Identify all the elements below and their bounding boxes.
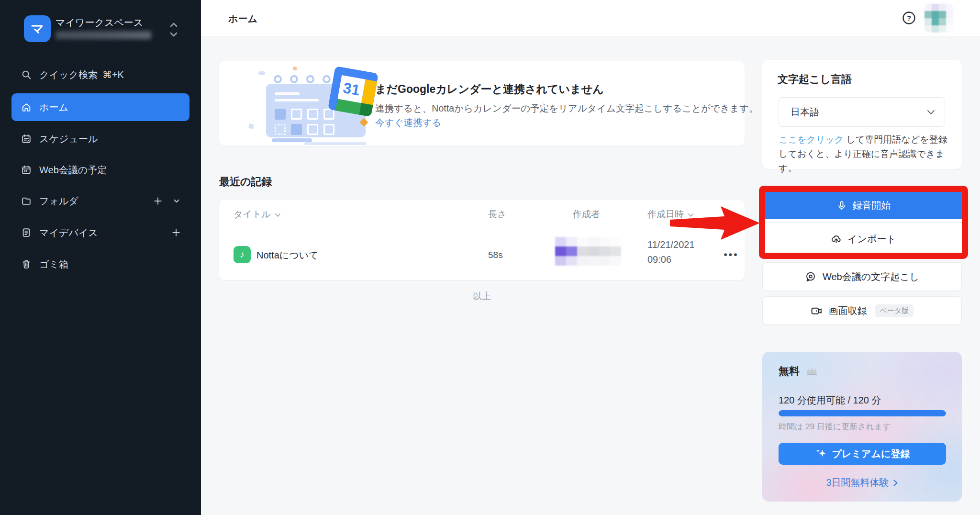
sidebar-item-folders[interactable]: フォルダ (11, 192, 189, 210)
sidebar-item-label: ホーム (39, 101, 68, 114)
plan-renew-note: 時間は 29 日後に更新されます (779, 421, 891, 432)
sidebar-item-label: スケジュール (39, 133, 98, 146)
click-here-link[interactable]: ここをクリック (779, 134, 844, 145)
row-menu-button[interactable]: ••• (719, 247, 744, 262)
upgrade-premium-label: プレミアムに登録 (832, 448, 910, 460)
audio-note-icon: ♪ (234, 246, 251, 263)
google-calendar-logo: 31 (328, 66, 379, 117)
add-device-icon[interactable] (171, 228, 181, 237)
list-end-label: 以上 (219, 290, 745, 302)
plan-name: 無料 (779, 364, 800, 379)
plan-progress-bar (779, 410, 946, 416)
screen-record-button[interactable]: 画面収録 ベータ版 (762, 296, 962, 325)
user-avatar[interactable] (924, 4, 953, 33)
start-recording-label: 録音開始 (853, 199, 891, 212)
sidebar-item-schedule[interactable]: スケジュール (11, 130, 189, 147)
google-calendar-banner: 31 まだGoogleカレンダーと連携されていません 連携すると、Nottaから… (219, 61, 745, 146)
column-label: 長さ (488, 208, 506, 221)
svg-text:?: ? (907, 14, 911, 22)
beta-badge: ベータ版 (875, 304, 914, 317)
language-select[interactable]: 日本語 (779, 97, 945, 127)
column-header-creator: 作成者 (573, 200, 600, 229)
screen-record-label: 画面収録 (829, 304, 867, 317)
import-label: インポート (847, 233, 896, 246)
sidebar-item-label: Web会議の予定 (39, 164, 107, 177)
sparkle-icon (815, 448, 827, 459)
sidebar-item-label: ゴミ箱 (39, 258, 68, 271)
language-selected-value: 日本語 (791, 106, 819, 119)
search-icon (21, 69, 32, 80)
web-meeting-transcribe-label: Web会議の文字起こし (823, 270, 919, 283)
crown-icon (805, 366, 818, 377)
sidebar-item-web-meetings[interactable]: Web会議の予定 (11, 161, 189, 179)
column-label: タイトル (234, 208, 271, 221)
sidebar-item-quick-search[interactable]: クイック検索 ⌘+K (11, 66, 189, 83)
sort-chevron-icon (275, 213, 281, 217)
free-trial-link[interactable]: 3日間無料体験 (762, 476, 962, 489)
record-created-datetime: 11/21/2021 09:06 (647, 237, 695, 267)
free-plan-card: 無料 120 分使用可能 / 120 分 時間は 29 日後に更新されます プレ… (762, 352, 962, 502)
device-icon (21, 227, 32, 238)
free-trial-label: 3日間無料体験 (826, 476, 889, 489)
annotation-arrow (670, 205, 762, 241)
import-button[interactable]: インポート (765, 225, 962, 253)
upgrade-premium-button[interactable]: プレミアムに登録 (779, 443, 946, 465)
calendar-day-number: 31 (342, 79, 361, 99)
chevron-down-icon[interactable] (172, 197, 181, 205)
microphone-icon (836, 201, 847, 211)
record-created-time: 09:06 (647, 252, 695, 267)
banner-title: まだGoogleカレンダーと連携されていません (375, 82, 604, 97)
chat-bubble-icon (805, 271, 816, 282)
button-divider (765, 219, 962, 225)
page-title: ホーム (228, 12, 257, 25)
recent-records-heading: 最近の記録 (219, 175, 272, 189)
workspace-name: マイワークスペース (56, 16, 143, 29)
chevron-right-icon (893, 479, 898, 487)
video-camera-icon (811, 305, 823, 317)
schedule-icon (21, 134, 32, 144)
banner-body-text: 連携すると、Nottaからカレンダーの予定をリアルタイム文字起こしすることができ… (375, 103, 758, 113)
table-header-divider (219, 229, 745, 229)
language-hint: ここをクリック して専門用語などを登録しておくと、より正確に音声認識できます。 (779, 133, 949, 176)
cloud-upload-icon (831, 234, 842, 245)
quick-search-shortcut: ⌘+K (102, 69, 124, 80)
language-card-title: 文字起こし言語 (778, 72, 852, 87)
banner-body: 連携すると、Nottaからカレンダーの予定をリアルタイム文字起こしすることができ… (375, 101, 762, 130)
workspace-email-redacted (56, 31, 151, 39)
home-icon (21, 102, 32, 112)
recent-records-table: タイトル 長さ 作成者 作成日時 ♪ Nottaについて 58s 11/21/2… (219, 200, 745, 280)
sidebar-item-my-devices[interactable]: マイデバイス (11, 224, 189, 241)
quick-search-label: クイック検索 (39, 68, 98, 81)
start-recording-button[interactable]: 録音開始 (765, 192, 962, 219)
record-length: 58s (488, 250, 503, 260)
workspace-switcher[interactable]: マ マイワークスペース (0, 11, 201, 48)
sidebar-item-label: マイデバイス (39, 226, 98, 239)
workspace-avatar: マ (24, 15, 51, 42)
sidebar-item-home[interactable]: ホーム (11, 93, 189, 121)
add-folder-icon[interactable] (153, 196, 163, 206)
record-title: Nottaについて (256, 249, 319, 262)
sidebar: マ マイワークスペース クイック検索 ⌘+K ホーム (0, 0, 201, 515)
topbar: ホーム ? (201, 0, 980, 36)
chevron-down-icon (927, 110, 935, 115)
folder-icon (21, 196, 32, 206)
transcription-language-card: 文字起こし言語 日本語 ここをクリック して専門用語などを登録しておくと、より正… (762, 60, 962, 169)
help-icon[interactable]: ? (902, 11, 916, 25)
calendar-icon (21, 165, 32, 175)
column-header-title[interactable]: タイトル (234, 200, 281, 229)
column-header-length: 長さ (488, 200, 506, 229)
sidebar-item-trash[interactable]: ゴミ箱 (11, 256, 189, 273)
sidebar-item-label: フォルダ (39, 195, 78, 208)
notta-home-page: マ マイワークスペース クイック検索 ⌘+K ホーム (0, 0, 980, 515)
connect-now-link[interactable]: 今すぐ連携する (375, 117, 441, 128)
creator-name-redacted (555, 237, 621, 266)
annotation-red-box: 録音開始 インポート (759, 186, 968, 259)
chevron-up-down-icon (168, 20, 179, 39)
trash-icon (21, 259, 32, 269)
plan-usage-text: 120 分使用可能 / 120 分 (779, 394, 881, 407)
column-label: 作成者 (573, 208, 600, 221)
workspace-initial: マ (31, 20, 44, 37)
google-calendar-illustration: 31 (247, 63, 371, 144)
plan-progress-fill (779, 410, 946, 416)
web-meeting-transcribe-button[interactable]: Web会議の文字起こし (762, 262, 962, 291)
